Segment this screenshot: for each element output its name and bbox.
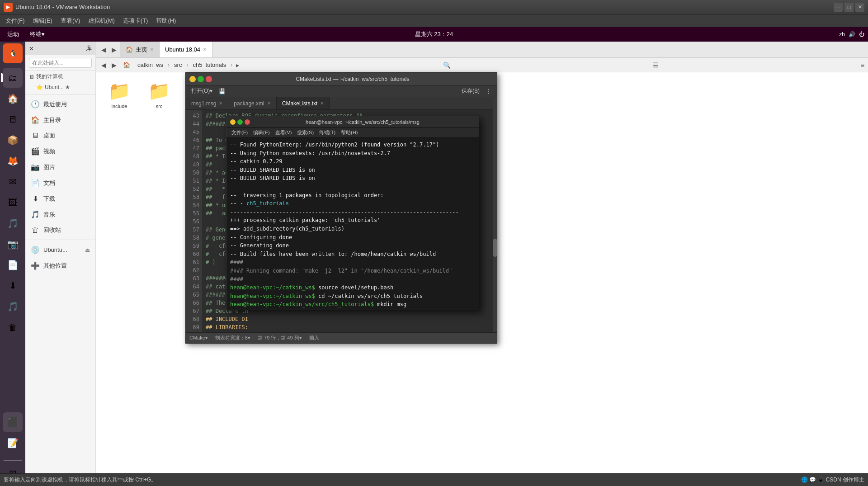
music-icon: 🎵 [31, 210, 40, 219]
taskbar-mail[interactable]: ✉ [3, 172, 23, 192]
lang-indicator[interactable]: zh [839, 31, 845, 38]
menu-vm[interactable]: 虚拟机(M) [85, 15, 118, 26]
sidebar-other-places[interactable]: ➕ 其他位置 [25, 258, 95, 274]
term-minimize[interactable] [230, 119, 236, 125]
sidebar-close-icon[interactable]: ✕ [29, 45, 34, 52]
breadcrumb-catkin[interactable]: catkin_ws [135, 61, 166, 69]
taskbar-photos[interactable]: 🖼 [3, 193, 23, 212]
sidebar-video[interactable]: 🎬 视频 [25, 143, 95, 159]
taskbar-camera[interactable]: 📷 [3, 234, 23, 254]
term-menu-help[interactable]: 帮助(H) [339, 129, 360, 137]
sidebar-ubuntu-vm[interactable]: ⭐ Ubunt... ★ [25, 82, 95, 92]
gedit-close[interactable] [206, 76, 212, 82]
sidebar-desktop[interactable]: 🖥 桌面 [25, 128, 95, 143]
taskbar-files[interactable]: 🗂 [3, 68, 23, 88]
bottom-message: 要将输入定向到该虚拟机，请将鼠标指针移入其中或按 Ctrl+G。 [4, 476, 156, 484]
disk-icon: 💿 [31, 245, 40, 254]
term-close[interactable] [245, 119, 250, 125]
term-menu-edit[interactable]: 编辑(E) [251, 129, 272, 137]
gedit-menu-more[interactable]: ⋮ [483, 87, 494, 95]
menu-help[interactable]: 帮助(H) [152, 15, 179, 26]
taskbar-terminal[interactable]: ⬛ [3, 412, 23, 432]
gedit-tab-msg1-close[interactable]: ✕ [219, 101, 222, 106]
folder-item-2[interactable]: 📁 src [141, 78, 177, 470]
ubuntu-tab-close[interactable]: ✕ [203, 47, 207, 52]
term-menu-search[interactable]: 搜索(S) [295, 129, 316, 137]
eject-icon[interactable]: ⏏ [85, 247, 90, 253]
taskbar-trash[interactable]: 🗑 [3, 317, 23, 337]
gedit-tabwidth[interactable]: 制表符宽度：8▾ [215, 335, 250, 341]
gedit-menu-open[interactable]: 打开(O)▾ [189, 86, 215, 96]
sidebar-header: ✕ 库 [25, 42, 95, 55]
fm-search-button[interactable]: 🔍 [443, 61, 451, 69]
close-button[interactable]: ✕ [855, 3, 864, 12]
sound-indicator[interactable]: 🔊 [849, 31, 855, 38]
fm-list-view-btn[interactable]: ☰ [653, 61, 659, 69]
gedit-minimize[interactable] [189, 76, 196, 82]
fm-tab-ubuntu[interactable]: Ubuntu 18.04 ✕ [160, 42, 212, 57]
sidebar-recent[interactable]: 🕐 最近使用 [25, 96, 95, 112]
menu-tab[interactable]: 选项卡(T) [119, 15, 152, 26]
breadcrumb-home[interactable]: 🏠 [120, 61, 133, 69]
taskbar-text-editor[interactable]: 📝 [3, 433, 23, 453]
maximize-button[interactable]: □ [844, 3, 854, 12]
fm-menu-btn[interactable]: ≡ [861, 61, 864, 69]
sidebar-search-input[interactable] [29, 58, 92, 68]
taskbar-firefox[interactable]: 🦊 [3, 151, 23, 171]
minimize-button[interactable]: — [834, 3, 843, 12]
sidebar-trash[interactable]: 🗑 回收站 [25, 222, 95, 238]
gedit-tab-package-close[interactable]: ✕ [267, 101, 271, 106]
sidebar-ubuntu-disk[interactable]: 💿 Ubuntu... ⏏ [25, 242, 95, 258]
sidebar-music[interactable]: 🎵 音乐 [25, 207, 95, 222]
gedit-tab-msg1[interactable]: msg1.msg ✕ [186, 97, 228, 109]
menu-file[interactable]: 文件(F) [2, 15, 28, 26]
home-tab-close[interactable]: ✕ [150, 47, 154, 52]
term-menu-terminal[interactable]: 终端(T) [317, 129, 338, 137]
sidebar-home[interactable]: 🏠 主目录 [25, 112, 95, 128]
taskbar-apps[interactable]: 📦 [3, 130, 23, 150]
term-menu-view[interactable]: 查看(V) [273, 129, 294, 137]
gedit-tab-cmake[interactable]: CMakeLists.txt ✕ [277, 97, 330, 109]
power-indicator[interactable]: ⏻ [859, 31, 864, 38]
fm-more-btn[interactable]: ▸ [234, 61, 241, 70]
fm-next-btn[interactable]: ▶ [110, 61, 118, 70]
taskbar-draw[interactable]: ⬇ [3, 276, 23, 296]
taskbar-home[interactable]: 🏠 [3, 89, 23, 109]
gedit-menu-save[interactable]: 保存(S) [459, 86, 482, 96]
fm-forward-button[interactable]: ▶ [110, 45, 118, 54]
fm-tab-home[interactable]: 🏠 主页 ✕ [120, 42, 160, 57]
documents-icon: 📄 [31, 179, 40, 187]
sidebar-documents[interactable]: 📄 文档 [25, 175, 95, 191]
gedit-tab-cmake-close[interactable]: ✕ [320, 101, 324, 106]
fm-back-button[interactable]: ◀ [99, 45, 108, 54]
menu-view[interactable]: 查看(V) [57, 15, 84, 26]
breadcrumb-src[interactable]: src [171, 61, 184, 69]
gedit-lang[interactable]: CMake▾ [189, 335, 208, 341]
taskbar-desktop[interactable]: 🖥 [3, 109, 23, 129]
scrollbar-track[interactable] [493, 110, 497, 332]
breadcrumb-ch5[interactable]: ch5_tutorials [190, 61, 229, 69]
taskbar-music[interactable]: 🎵 [3, 213, 23, 233]
term-maximize[interactable] [237, 119, 243, 125]
menu-edit[interactable]: 编辑(E) [29, 15, 56, 26]
taskbar-docs[interactable]: 📄 [3, 255, 23, 275]
term-menu-file[interactable]: 文件(F) [229, 129, 250, 137]
taskbar-store[interactable]: 🎵 [3, 297, 23, 316]
ubuntu-icon[interactable]: 🐧 [3, 43, 23, 63]
gedit-menu-save-icon[interactable]: 💾 [216, 87, 228, 95]
terminal-title: hean@hean-vpc: ~/catkin_ws/src/ch5_tutor… [250, 119, 475, 125]
sidebar-pictures[interactable]: 📷 图片 [25, 159, 95, 175]
terminal-app-label[interactable]: 终端▾ [26, 29, 48, 39]
gedit-tab-package[interactable]: package.xml ✕ [228, 97, 276, 109]
gedit-position[interactable]: 第 79 行，第 49 列▾ [258, 335, 302, 341]
scrollbar-thumb[interactable] [493, 239, 497, 257]
taskbar-divider [4, 460, 22, 461]
activities-button[interactable]: 活动 [4, 29, 23, 39]
fm-prev-btn[interactable]: ◀ [99, 61, 108, 70]
terminal-body[interactable]: -- Found PythonInterp: /usr/bin/python2 … [226, 138, 479, 310]
sidebar-downloads[interactable]: ⬇ 下载 [25, 191, 95, 207]
gnome-panel: 活动 终端▾ 星期六 23：24 zh 🔊 ⏻ [0, 27, 868, 42]
sidebar-computer[interactable]: 🖥 我的计算机 [25, 71, 95, 82]
folder-item-include[interactable]: 📁 include [101, 78, 137, 470]
gedit-maximize[interactable] [198, 76, 204, 82]
